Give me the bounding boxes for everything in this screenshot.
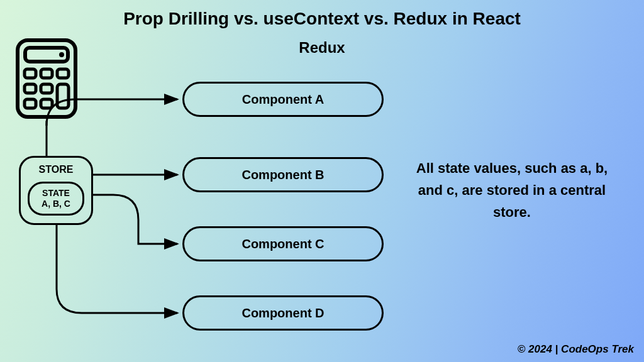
calculator-icon xyxy=(15,38,78,122)
svg-rect-6 xyxy=(25,84,36,93)
svg-rect-5 xyxy=(57,69,69,78)
svg-rect-7 xyxy=(41,84,52,93)
component-a-label: Component A xyxy=(242,92,324,107)
svg-rect-3 xyxy=(25,69,36,78)
svg-rect-4 xyxy=(41,69,52,78)
store-label: STORE xyxy=(39,164,74,175)
state-pill: STATE A, B, C xyxy=(28,182,84,216)
store-box: STORE STATE A, B, C xyxy=(19,156,93,225)
description-text: All state values, such as a, b, and c, a… xyxy=(411,157,613,224)
svg-rect-8 xyxy=(57,84,69,108)
component-c-box: Component C xyxy=(182,226,384,261)
svg-rect-10 xyxy=(41,99,52,108)
component-b-box: Component B xyxy=(182,157,384,192)
component-d-label: Component D xyxy=(242,306,324,321)
footer-credit: © 2024 | CodeOps Trek xyxy=(518,343,634,356)
component-b-label: Component B xyxy=(242,168,324,182)
svg-rect-9 xyxy=(25,99,36,108)
page-title: Prop Drilling vs. useContext vs. Redux i… xyxy=(0,9,644,29)
state-label: STATE xyxy=(42,188,70,199)
component-d-box: Component D xyxy=(182,295,384,331)
component-c-label: Component C xyxy=(242,237,324,251)
state-values: A, B, C xyxy=(42,199,70,210)
svg-point-2 xyxy=(59,52,64,57)
component-a-box: Component A xyxy=(182,82,384,117)
section-subtitle: Redux xyxy=(0,39,644,57)
